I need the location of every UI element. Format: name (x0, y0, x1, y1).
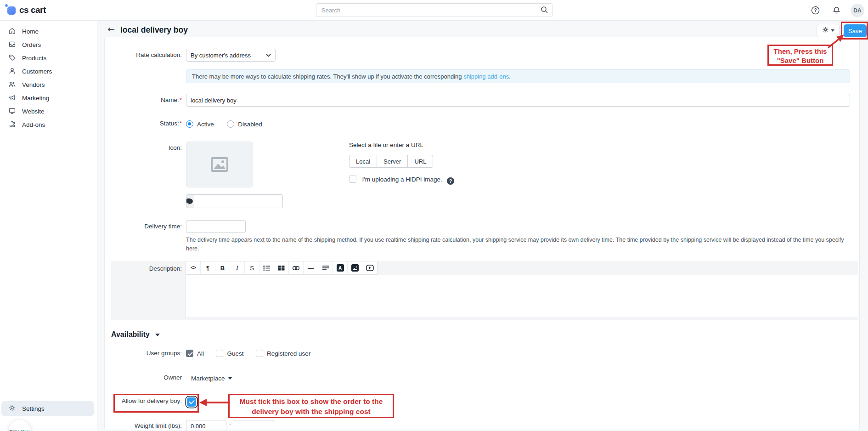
image-placeholder-icon (210, 157, 229, 172)
guest-checkbox[interactable] (216, 350, 223, 357)
status-disabled-radio[interactable] (227, 120, 234, 128)
back-arrow-icon[interactable]: ← (107, 24, 115, 34)
link-icon[interactable] (289, 261, 304, 274)
sidebar-item-addons[interactable]: Add-ons (0, 118, 97, 131)
sidebar-item-customers[interactable]: Customers (0, 65, 97, 78)
delivery-time-label: Delivery time: (105, 220, 182, 233)
demo-store-badge[interactable]: Demo Store (9, 420, 31, 431)
paragraph-icon[interactable]: ¶ (201, 261, 215, 274)
availability-section-toggle[interactable]: Availability (111, 330, 160, 339)
insert-image-icon[interactable] (348, 261, 362, 274)
select-file-text: Select a file or enter a URL (349, 142, 454, 148)
upload-local-button[interactable]: Local (349, 155, 377, 168)
sidebar-item-marketing[interactable]: Marketing (0, 91, 97, 105)
all-checkbox[interactable] (186, 350, 193, 357)
page-title: local delivery boy (120, 25, 188, 35)
shipping-method-form: Rate calculation: By customer's address … (104, 37, 860, 431)
marketing-icon (8, 94, 16, 103)
insert-video-icon[interactable] (362, 261, 377, 274)
search-icon[interactable] (541, 6, 548, 16)
delivery-time-help: The delivery time appears next to the na… (186, 236, 852, 254)
chevron-down-icon (831, 29, 834, 32)
status-active-radio[interactable] (186, 120, 193, 128)
owner-dropdown[interactable]: Marketplace (191, 375, 232, 382)
shipping-addons-link[interactable]: shipping add-ons (463, 73, 509, 80)
website-icon (8, 107, 16, 116)
home-icon (8, 27, 16, 36)
rate-calculation-label: Rate calculation: (105, 49, 182, 62)
icon-label: Icon: (105, 142, 182, 151)
font-color-icon[interactable]: A (333, 261, 348, 274)
weight-limit-label: Weight limit (lbs): (105, 420, 182, 431)
weight-limit-to-input[interactable] (234, 420, 274, 431)
user-groups-label: User groups: (105, 350, 182, 357)
sidebar-item-home[interactable]: Home (0, 25, 97, 38)
cscart-logo-text: cs cart (19, 5, 46, 15)
gear-icon (8, 404, 16, 413)
icon-alt-input[interactable] (194, 194, 283, 208)
orders-icon (8, 40, 16, 50)
upload-server-button[interactable]: Server (377, 155, 408, 168)
svg-text:?: ? (814, 8, 817, 13)
vendors-icon (8, 80, 16, 90)
customers-icon (8, 67, 16, 76)
delivery-time-input[interactable] (186, 220, 246, 233)
weight-limit-from-input[interactable] (186, 420, 226, 431)
avatar[interactable]: DA (851, 4, 864, 17)
chevron-down-icon (228, 377, 232, 380)
name-input[interactable] (186, 94, 850, 107)
save-annotation-arrow (823, 32, 849, 50)
upload-url-button[interactable]: URL (408, 155, 433, 168)
sidebar-item-settings[interactable]: Settings (1, 401, 94, 416)
table-icon[interactable] (274, 261, 289, 274)
allow-checkbox-highlight-rect (113, 394, 199, 413)
chevron-down-icon (155, 334, 160, 336)
bell-icon[interactable] (832, 6, 841, 17)
top-bar: cs cart ? DA (0, 0, 868, 21)
name-label: Name:* (105, 94, 182, 107)
editor-toolbar: <> ¶ B I S — A (186, 261, 378, 275)
help-icon[interactable]: ? (811, 6, 820, 17)
code-icon[interactable]: <> (186, 261, 201, 274)
products-icon (8, 54, 16, 63)
search-input[interactable] (316, 3, 552, 17)
bold-icon[interactable]: B (215, 261, 230, 274)
rate-calculation-select[interactable]: By customer's address (186, 49, 276, 62)
user-group-all: All (186, 350, 204, 357)
hidpi-help-icon[interactable]: ? (447, 177, 454, 185)
global-search (316, 3, 552, 17)
strikethrough-icon[interactable]: S (245, 261, 259, 274)
horizontal-rule-icon[interactable]: — (304, 261, 318, 274)
description-label: Description: (111, 265, 182, 272)
user-group-registered: Registered user (256, 350, 310, 357)
sidebar-item-products[interactable]: Products (0, 51, 97, 65)
icon-tooltip-button[interactable] (186, 194, 194, 208)
sidebar-item-vendors[interactable]: Vendors (0, 78, 97, 91)
speech-bubble-icon (186, 198, 194, 205)
description-section: Description: <> ¶ B I S — A (111, 261, 858, 320)
info-banner: There may be more ways to calculate ship… (186, 69, 850, 83)
icon-upload-dropzone[interactable] (186, 142, 253, 187)
align-icon[interactable] (318, 261, 333, 274)
sidebar-item-orders[interactable]: Orders (0, 38, 97, 51)
sidebar-item-website[interactable]: Website (0, 105, 97, 118)
chevron-down-icon (266, 54, 271, 57)
allow-annotation-arrow (199, 396, 230, 409)
user-group-guest: Guest (216, 350, 243, 357)
cscart-logo-icon (6, 6, 16, 15)
registered-user-checkbox[interactable] (256, 350, 263, 357)
addons-icon (8, 120, 16, 130)
cscart-logo[interactable]: cs cart (6, 5, 46, 15)
hidpi-checkbox[interactable] (349, 176, 356, 183)
owner-label: Owner (105, 374, 182, 381)
italic-icon[interactable]: I (230, 261, 245, 274)
allow-annotation-note: Must tick this box to show the order to … (228, 394, 394, 418)
sidebar: Home Orders Products Customers Vendors M… (0, 21, 97, 431)
status-label: Status:* (105, 120, 182, 127)
bullet-list-icon[interactable] (259, 261, 274, 274)
description-editor-area[interactable] (186, 275, 858, 318)
